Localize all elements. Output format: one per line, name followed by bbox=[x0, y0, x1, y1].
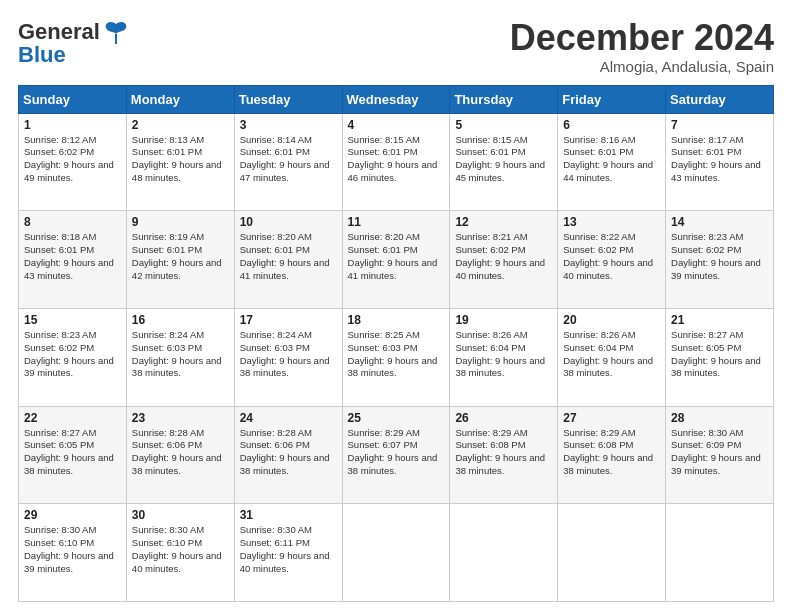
cell-info: Sunrise: 8:15 AMSunset: 6:01 PMDaylight:… bbox=[455, 134, 545, 183]
cell-info: Sunrise: 8:19 AMSunset: 6:01 PMDaylight:… bbox=[132, 231, 222, 280]
calendar-table: SundayMondayTuesdayWednesdayThursdayFrid… bbox=[18, 85, 774, 602]
calendar-cell: 11Sunrise: 8:20 AMSunset: 6:01 PMDayligh… bbox=[342, 211, 450, 309]
day-number: 20 bbox=[563, 313, 660, 327]
day-number: 6 bbox=[563, 118, 660, 132]
calendar-cell: 7Sunrise: 8:17 AMSunset: 6:01 PMDaylight… bbox=[666, 113, 774, 211]
day-number: 26 bbox=[455, 411, 552, 425]
day-number: 27 bbox=[563, 411, 660, 425]
cell-info: Sunrise: 8:27 AMSunset: 6:05 PMDaylight:… bbox=[671, 329, 761, 378]
day-number: 5 bbox=[455, 118, 552, 132]
cell-info: Sunrise: 8:20 AMSunset: 6:01 PMDaylight:… bbox=[240, 231, 330, 280]
logo: General Blue bbox=[18, 18, 130, 68]
calendar-cell: 9Sunrise: 8:19 AMSunset: 6:01 PMDaylight… bbox=[126, 211, 234, 309]
day-number: 1 bbox=[24, 118, 121, 132]
cell-info: Sunrise: 8:28 AMSunset: 6:06 PMDaylight:… bbox=[132, 427, 222, 476]
month-title: December 2024 bbox=[510, 18, 774, 58]
title-block: December 2024 Almogia, Andalusia, Spain bbox=[510, 18, 774, 75]
cell-info: Sunrise: 8:15 AMSunset: 6:01 PMDaylight:… bbox=[348, 134, 438, 183]
day-number: 21 bbox=[671, 313, 768, 327]
day-header-tuesday: Tuesday bbox=[234, 85, 342, 113]
cell-info: Sunrise: 8:24 AMSunset: 6:03 PMDaylight:… bbox=[240, 329, 330, 378]
calendar-cell: 31Sunrise: 8:30 AMSunset: 6:11 PMDayligh… bbox=[234, 504, 342, 602]
calendar-cell bbox=[342, 504, 450, 602]
day-header-wednesday: Wednesday bbox=[342, 85, 450, 113]
cell-info: Sunrise: 8:29 AMSunset: 6:08 PMDaylight:… bbox=[563, 427, 653, 476]
cell-info: Sunrise: 8:27 AMSunset: 6:05 PMDaylight:… bbox=[24, 427, 114, 476]
calendar-cell: 28Sunrise: 8:30 AMSunset: 6:09 PMDayligh… bbox=[666, 406, 774, 504]
calendar-cell: 21Sunrise: 8:27 AMSunset: 6:05 PMDayligh… bbox=[666, 308, 774, 406]
cell-info: Sunrise: 8:29 AMSunset: 6:08 PMDaylight:… bbox=[455, 427, 545, 476]
day-number: 16 bbox=[132, 313, 229, 327]
calendar-cell: 10Sunrise: 8:20 AMSunset: 6:01 PMDayligh… bbox=[234, 211, 342, 309]
day-number: 23 bbox=[132, 411, 229, 425]
day-number: 12 bbox=[455, 215, 552, 229]
calendar-week-2: 8Sunrise: 8:18 AMSunset: 6:01 PMDaylight… bbox=[19, 211, 774, 309]
calendar-week-4: 22Sunrise: 8:27 AMSunset: 6:05 PMDayligh… bbox=[19, 406, 774, 504]
calendar-cell: 23Sunrise: 8:28 AMSunset: 6:06 PMDayligh… bbox=[126, 406, 234, 504]
day-number: 31 bbox=[240, 508, 337, 522]
page: General Blue December 2024 Almogia, Anda… bbox=[0, 0, 792, 612]
cell-info: Sunrise: 8:26 AMSunset: 6:04 PMDaylight:… bbox=[455, 329, 545, 378]
cell-info: Sunrise: 8:25 AMSunset: 6:03 PMDaylight:… bbox=[348, 329, 438, 378]
calendar-cell bbox=[666, 504, 774, 602]
header: General Blue December 2024 Almogia, Anda… bbox=[18, 18, 774, 75]
cell-info: Sunrise: 8:30 AMSunset: 6:09 PMDaylight:… bbox=[671, 427, 761, 476]
day-header-friday: Friday bbox=[558, 85, 666, 113]
day-number: 18 bbox=[348, 313, 445, 327]
calendar-week-1: 1Sunrise: 8:12 AMSunset: 6:02 PMDaylight… bbox=[19, 113, 774, 211]
calendar-week-3: 15Sunrise: 8:23 AMSunset: 6:02 PMDayligh… bbox=[19, 308, 774, 406]
day-number: 10 bbox=[240, 215, 337, 229]
calendar-cell bbox=[450, 504, 558, 602]
calendar-cell: 19Sunrise: 8:26 AMSunset: 6:04 PMDayligh… bbox=[450, 308, 558, 406]
calendar-cell bbox=[558, 504, 666, 602]
day-number: 28 bbox=[671, 411, 768, 425]
cell-info: Sunrise: 8:16 AMSunset: 6:01 PMDaylight:… bbox=[563, 134, 653, 183]
calendar-cell: 24Sunrise: 8:28 AMSunset: 6:06 PMDayligh… bbox=[234, 406, 342, 504]
cell-info: Sunrise: 8:12 AMSunset: 6:02 PMDaylight:… bbox=[24, 134, 114, 183]
calendar-cell: 29Sunrise: 8:30 AMSunset: 6:10 PMDayligh… bbox=[19, 504, 127, 602]
day-number: 17 bbox=[240, 313, 337, 327]
day-number: 13 bbox=[563, 215, 660, 229]
day-header-saturday: Saturday bbox=[666, 85, 774, 113]
day-number: 19 bbox=[455, 313, 552, 327]
cell-info: Sunrise: 8:23 AMSunset: 6:02 PMDaylight:… bbox=[24, 329, 114, 378]
logo-bird-icon bbox=[102, 18, 130, 46]
day-number: 15 bbox=[24, 313, 121, 327]
cell-info: Sunrise: 8:21 AMSunset: 6:02 PMDaylight:… bbox=[455, 231, 545, 280]
day-number: 25 bbox=[348, 411, 445, 425]
calendar-cell: 14Sunrise: 8:23 AMSunset: 6:02 PMDayligh… bbox=[666, 211, 774, 309]
calendar-cell: 6Sunrise: 8:16 AMSunset: 6:01 PMDaylight… bbox=[558, 113, 666, 211]
location: Almogia, Andalusia, Spain bbox=[510, 58, 774, 75]
cell-info: Sunrise: 8:24 AMSunset: 6:03 PMDaylight:… bbox=[132, 329, 222, 378]
calendar-cell: 16Sunrise: 8:24 AMSunset: 6:03 PMDayligh… bbox=[126, 308, 234, 406]
cell-info: Sunrise: 8:29 AMSunset: 6:07 PMDaylight:… bbox=[348, 427, 438, 476]
calendar-cell: 5Sunrise: 8:15 AMSunset: 6:01 PMDaylight… bbox=[450, 113, 558, 211]
cell-info: Sunrise: 8:30 AMSunset: 6:10 PMDaylight:… bbox=[24, 524, 114, 573]
calendar-cell: 17Sunrise: 8:24 AMSunset: 6:03 PMDayligh… bbox=[234, 308, 342, 406]
day-number: 8 bbox=[24, 215, 121, 229]
day-header-thursday: Thursday bbox=[450, 85, 558, 113]
calendar-week-5: 29Sunrise: 8:30 AMSunset: 6:10 PMDayligh… bbox=[19, 504, 774, 602]
day-number: 4 bbox=[348, 118, 445, 132]
calendar-cell: 13Sunrise: 8:22 AMSunset: 6:02 PMDayligh… bbox=[558, 211, 666, 309]
cell-info: Sunrise: 8:18 AMSunset: 6:01 PMDaylight:… bbox=[24, 231, 114, 280]
day-header-sunday: Sunday bbox=[19, 85, 127, 113]
day-number: 24 bbox=[240, 411, 337, 425]
calendar-cell: 2Sunrise: 8:13 AMSunset: 6:01 PMDaylight… bbox=[126, 113, 234, 211]
calendar-cell: 8Sunrise: 8:18 AMSunset: 6:01 PMDaylight… bbox=[19, 211, 127, 309]
day-number: 11 bbox=[348, 215, 445, 229]
calendar-cell: 4Sunrise: 8:15 AMSunset: 6:01 PMDaylight… bbox=[342, 113, 450, 211]
day-number: 14 bbox=[671, 215, 768, 229]
day-number: 29 bbox=[24, 508, 121, 522]
calendar-cell: 18Sunrise: 8:25 AMSunset: 6:03 PMDayligh… bbox=[342, 308, 450, 406]
cell-info: Sunrise: 8:22 AMSunset: 6:02 PMDaylight:… bbox=[563, 231, 653, 280]
calendar-cell: 26Sunrise: 8:29 AMSunset: 6:08 PMDayligh… bbox=[450, 406, 558, 504]
cell-info: Sunrise: 8:30 AMSunset: 6:10 PMDaylight:… bbox=[132, 524, 222, 573]
calendar-cell: 27Sunrise: 8:29 AMSunset: 6:08 PMDayligh… bbox=[558, 406, 666, 504]
cell-info: Sunrise: 8:13 AMSunset: 6:01 PMDaylight:… bbox=[132, 134, 222, 183]
calendar-cell: 30Sunrise: 8:30 AMSunset: 6:10 PMDayligh… bbox=[126, 504, 234, 602]
calendar-cell: 20Sunrise: 8:26 AMSunset: 6:04 PMDayligh… bbox=[558, 308, 666, 406]
cell-info: Sunrise: 8:17 AMSunset: 6:01 PMDaylight:… bbox=[671, 134, 761, 183]
day-number: 2 bbox=[132, 118, 229, 132]
cell-info: Sunrise: 8:23 AMSunset: 6:02 PMDaylight:… bbox=[671, 231, 761, 280]
